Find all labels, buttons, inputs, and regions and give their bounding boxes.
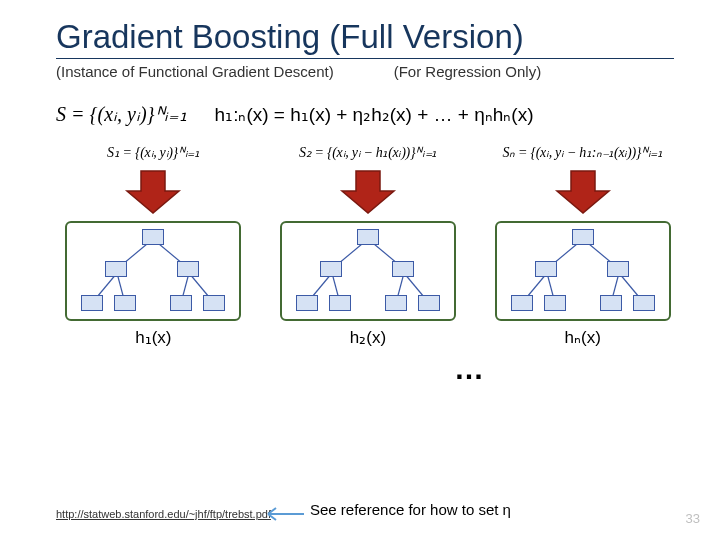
label-h1: h₁(x) [50,327,257,348]
subtitle-left: (Instance of Functional Gradient Descent… [56,63,334,80]
formula-S: S = {(xᵢ, yᵢ)}ᴺᵢ₌₁ [56,102,187,126]
tree-n [495,221,671,321]
tree-row [50,221,686,321]
formula-h-sum: h₁:ₙ(x) = h₁(x) + η₂h₂(x) + … + ηₙhₙ(x) [215,103,534,126]
h-labels: h₁(x) h₂(x) hₙ(x) [50,327,686,348]
subtitle-right: (For Regression Only) [394,63,542,80]
arrow-down-icon [123,169,183,215]
arrow-down-icon [553,169,613,215]
dataset-equations: S₁ = {(xᵢ, yᵢ)}ᴺᵢ₌₁ S₂ = {(xᵢ, yᵢ − h₁(x… [50,144,686,161]
footer-link[interactable]: http://statweb.stanford.edu/~jhf/ftp/tre… [56,508,271,520]
arrow-down-icon [338,169,398,215]
arrow-row [50,169,686,215]
eq-Sn: Sₙ = {(xᵢ, yᵢ − h₁:ₙ₋₁(xᵢ))}ᴺᵢ₌₁ [479,144,686,161]
eq-S2: S₂ = {(xᵢ, yᵢ − h₁(xᵢ))}ᴺᵢ₌₁ [265,144,472,161]
page-number: 33 [686,511,700,526]
tree-2 [280,221,456,321]
label-h2: h₂(x) [265,327,472,348]
ellipsis: … [450,352,489,386]
page-title: Gradient Boosting (Full Version) [56,18,674,59]
arrow-left-icon [258,506,304,522]
eq-S1: S₁ = {(xᵢ, yᵢ)}ᴺᵢ₌₁ [50,144,257,161]
label-hn: hₙ(x) [479,327,686,348]
tree-1 [65,221,241,321]
see-reference: See reference for how to set η [310,501,511,518]
